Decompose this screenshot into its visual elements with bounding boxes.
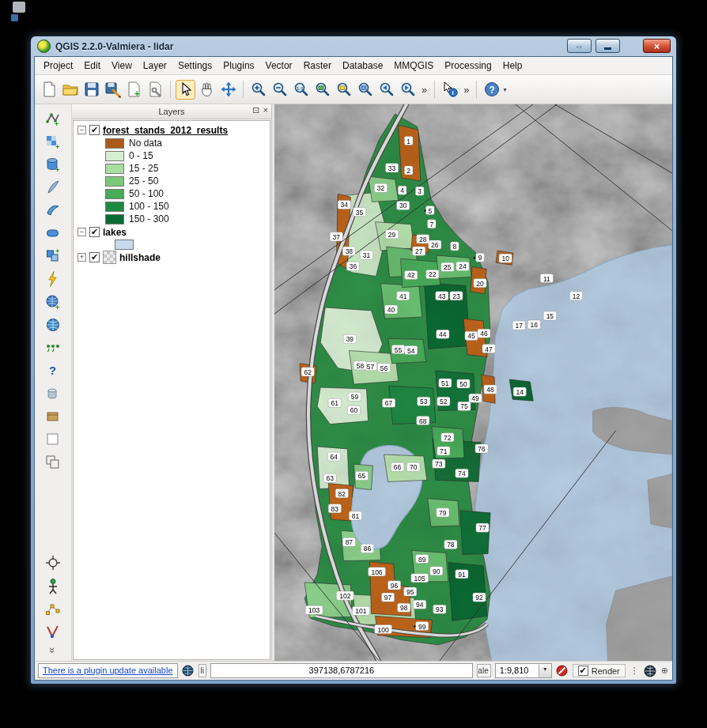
new-composer-icon[interactable]: + [124, 80, 144, 100]
new-spatialite-layer-icon[interactable] [43, 383, 63, 404]
layer-checkbox[interactable]: ✔ [89, 252, 100, 262]
menu-item-help[interactable]: Help [497, 58, 528, 74]
touch-zoom-icon[interactable] [176, 80, 195, 100]
node-tool-icon[interactable] [43, 598, 63, 619]
pan-to-selection-icon[interactable] [218, 80, 238, 100]
collapse-expander-icon[interactable]: − [78, 228, 86, 236]
add-raster-layer-icon[interactable]: + [43, 131, 63, 152]
close-button[interactable]: × [643, 39, 671, 53]
new-shapefile-layer-icon[interactable] [43, 177, 63, 198]
zoom-to-selection-icon[interactable] [334, 80, 354, 100]
coordinate-toggle[interactable]: li [198, 664, 206, 677]
toolbar-overflow-icon[interactable]: » [461, 84, 471, 96]
panel-float-icon[interactable]: ⊡ [252, 105, 259, 115]
gps-tools-icon[interactable] [43, 575, 63, 596]
add-oracle-layer-icon[interactable]: + [43, 246, 63, 266]
svg-text:91: 91 [458, 571, 466, 579]
menu-item-mmqgis[interactable]: MMQGIS [388, 58, 439, 74]
map-tips-icon[interactable] [43, 553, 63, 573]
legend-item[interactable]: 100 - 150 [74, 200, 270, 213]
layer-row-hillshade[interactable]: + ✔ hillshade [74, 251, 270, 264]
toolbar-separator [434, 81, 435, 98]
composer-manager-icon[interactable] [146, 80, 165, 100]
menu-item-database[interactable]: Database [337, 58, 388, 74]
expand-expander-icon[interactable]: + [78, 253, 86, 262]
scale-combo[interactable]: 1:9,810 ▾ [495, 663, 552, 678]
legend-item[interactable]: 15 - 25 [74, 162, 270, 175]
new-project-icon[interactable] [39, 80, 59, 100]
layer-checkbox[interactable]: ✔ [89, 125, 100, 135]
zoom-in-icon[interactable] [248, 80, 268, 100]
desktop: { "window": { "title": "QGIS 2.2.0-Valmi… [0, 0, 707, 728]
zoom-full-icon[interactable] [312, 80, 332, 100]
new-geopackage-layer-icon[interactable] [43, 406, 63, 427]
save-project-icon[interactable] [81, 80, 101, 100]
embed-layers-icon[interactable] [43, 452, 63, 473]
layer-row-forest[interactable]: − ✔ forest_stands_2012_results [74, 123, 270, 137]
menu-item-view[interactable]: View [106, 58, 138, 74]
toolbar-overflow-icon[interactable]: » [419, 84, 429, 96]
add-vector-layer-icon[interactable]: + [43, 108, 63, 129]
toolbar-separator [476, 81, 477, 98]
stop-render-icon[interactable] [556, 665, 569, 677]
zoom-next-icon[interactable] [398, 80, 418, 100]
zoom-native-icon[interactable]: 1:1 [291, 80, 311, 100]
map-canvas[interactable]: 1234578910111214151617202223242526272829… [274, 104, 672, 661]
add-wms-layer-icon[interactable] [43, 269, 63, 289]
menu-item-edit[interactable]: Edit [78, 58, 106, 74]
menu-item-processing[interactable]: Processing [439, 58, 497, 74]
coordinate-input[interactable]: 397138,6787216 [210, 663, 473, 678]
legend-item[interactable]: 50 - 100 [74, 187, 270, 200]
plugin-update-link[interactable]: There is a plugin update available [38, 663, 178, 678]
titlebar[interactable]: QGIS 2.2.0-Valmiera - lidar ⇔ × [34, 36, 673, 56]
restore-button[interactable]: ⇔ [567, 39, 592, 53]
svg-text:30: 30 [399, 202, 407, 209]
pan-map-icon[interactable] [197, 80, 217, 100]
menu-item-project[interactable]: Project [38, 58, 78, 74]
log-messages-icon[interactable]: ⊕ [660, 666, 669, 676]
zoom-out-icon[interactable] [270, 80, 289, 100]
toolbar-overflow-down-icon[interactable]: » [47, 647, 59, 653]
layer-row-lakes[interactable]: − ✔ lakes [74, 225, 270, 239]
new-memory-layer-icon[interactable] [43, 429, 63, 450]
render-toggle[interactable]: ✔ Render [573, 664, 626, 677]
layers-panel-title: Layers [158, 107, 184, 116]
legend-label: 50 - 100 [129, 188, 164, 199]
legend-item[interactable]: 0 - 15 [74, 149, 270, 162]
crs-status-icon[interactable] [644, 665, 656, 677]
layer-checkbox[interactable]: ✔ [89, 227, 100, 237]
svg-text:29: 29 [388, 231, 396, 239]
open-project-icon[interactable] [60, 80, 80, 100]
minimize-button[interactable] [595, 39, 620, 53]
add-wfs-layer-icon[interactable] [43, 315, 63, 335]
messages-icon[interactable] [182, 665, 195, 677]
menu-item-layer[interactable]: Layer [138, 58, 172, 74]
add-delimited-text-icon[interactable] [43, 338, 63, 358]
add-spatialite-layer-icon[interactable] [43, 200, 63, 221]
topology-checker-icon[interactable] [43, 621, 63, 642]
help-menu-caret-icon[interactable]: ▾ [503, 86, 506, 93]
save-project-as-icon[interactable] [103, 80, 123, 100]
legend-item[interactable]: 25 - 50 [74, 175, 270, 187]
menu-item-raster[interactable]: Raster [298, 58, 337, 74]
legend-label: 15 - 25 [129, 163, 158, 174]
menu-item-plugins[interactable]: Plugins [217, 58, 259, 74]
legend-item[interactable]: 150 - 300 [74, 213, 270, 225]
zoom-last-icon[interactable] [376, 80, 396, 100]
render-checkbox[interactable]: ✔ [578, 666, 588, 676]
add-postgis-layer-icon[interactable]: + [43, 154, 63, 175]
zoom-to-layer-icon[interactable] [355, 80, 375, 100]
layers-panel-header[interactable]: Layers ⊡ × [72, 104, 271, 119]
collapse-expander-icon[interactable]: − [78, 126, 86, 134]
svg-text:64: 64 [331, 453, 338, 461]
menu-item-settings[interactable]: Settings [172, 58, 217, 74]
combo-arrow-icon[interactable]: ▾ [539, 664, 551, 677]
panel-close-icon[interactable]: × [263, 105, 268, 115]
menu-item-vector[interactable]: Vector [260, 58, 298, 74]
help-icon[interactable]: ? [482, 80, 501, 100]
identify-features-icon[interactable]: i [440, 80, 459, 100]
add-mssql-layer-icon[interactable] [43, 223, 63, 243]
legend-item[interactable]: No data [74, 137, 270, 149]
add-wcs-layer-icon[interactable]: + [43, 292, 63, 312]
add-virtual-layer-icon[interactable]: ? [43, 360, 63, 381]
